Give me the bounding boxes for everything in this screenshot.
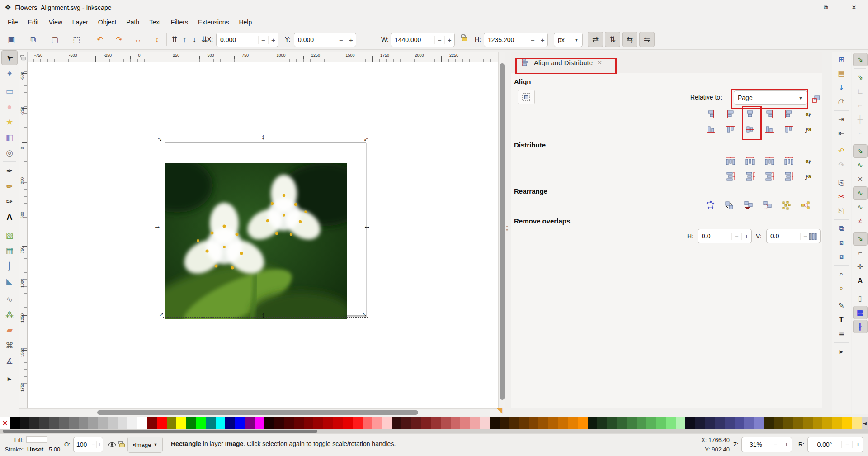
menu-help[interactable]: Help — [234, 17, 257, 28]
color-swatch[interactable] — [715, 417, 725, 429]
units-dropdown[interactable]: px ▼ — [554, 33, 583, 47]
eraser-tool[interactable]: ▰ — [1, 323, 18, 337]
color-swatch[interactable] — [10, 417, 20, 429]
y-minus-button[interactable]: − — [336, 36, 346, 44]
color-swatch[interactable] — [411, 417, 421, 429]
canvas-corner-badge-icon[interactable]: ◥ — [497, 406, 502, 415]
color-swatch[interactable] — [69, 417, 79, 429]
paint-bucket-tool[interactable]: ◣ — [1, 274, 18, 289]
color-swatch[interactable] — [666, 417, 676, 429]
distribute-left-edges-button[interactable] — [722, 154, 739, 168]
treat-selection-as-group-toggle[interactable] — [518, 90, 535, 104]
horizontal-ruler[interactable]: -750-500-2500250500750100012501500175020… — [28, 52, 498, 62]
color-swatch[interactable] — [783, 417, 793, 429]
align-right-to-left-of-anchor-button[interactable] — [703, 107, 719, 121]
h-field-value[interactable]: 1235.200 — [484, 36, 528, 43]
spray-tool[interactable]: ⁂ — [1, 307, 18, 322]
save-document-button[interactable]: ↧ — [834, 81, 849, 95]
vertical-scrollbar-thumb[interactable] — [500, 63, 505, 400]
rectangle-tool[interactable]: ▭ — [1, 84, 18, 99]
color-swatch[interactable] — [431, 417, 441, 429]
remove-overlaps-button[interactable] — [806, 229, 821, 244]
star-tool[interactable]: ★ — [1, 114, 18, 129]
color-swatch[interactable] — [568, 417, 578, 429]
overlap-h-value[interactable]: 0.0 — [698, 233, 731, 240]
lock-width-height-toggle[interactable] — [462, 37, 467, 41]
overlap-v-value[interactable]: 0.0 — [767, 233, 800, 240]
menu-text[interactable]: Text — [144, 17, 166, 28]
color-swatch[interactable] — [627, 417, 637, 429]
y-field-value[interactable]: 0.000 — [294, 36, 336, 43]
panel-close-icon[interactable]: ✕ — [597, 59, 602, 66]
toolbox-overflow[interactable]: ▶ — [1, 371, 18, 386]
raise-button[interactable]: ↑ — [180, 32, 189, 47]
distribute-equal-horizontal-gaps-button[interactable] — [781, 154, 797, 168]
color-swatch[interactable] — [705, 417, 715, 429]
rotation-value[interactable]: 0.00° — [808, 441, 841, 448]
color-swatch[interactable] — [470, 417, 480, 429]
color-swatch[interactable] — [216, 417, 226, 429]
x-plus-button[interactable]: + — [268, 36, 278, 44]
color-swatch[interactable] — [167, 417, 177, 429]
menu-object[interactable]: Object — [93, 17, 121, 28]
snap-guides-toggle[interactable]: ∦ — [853, 320, 868, 333]
pen-tool[interactable]: ✒ — [1, 163, 18, 178]
vertical-scrollbar[interactable] — [498, 52, 505, 408]
y-plus-button[interactable]: + — [346, 36, 356, 44]
text-baseline-vertical-button[interactable]: ya — [800, 122, 816, 137]
color-swatch[interactable] — [842, 417, 852, 429]
paste-button[interactable]: ⎗ — [834, 204, 849, 218]
vertical-ruler[interactable]: -500-25002505007501000125015001750 — [19, 62, 28, 408]
ellipse-tool[interactable]: ● — [1, 99, 18, 114]
exchange-positions-button[interactable] — [721, 198, 737, 213]
align-right-edges-button[interactable] — [761, 107, 778, 121]
rotate-ccw-button[interactable]: ↶ — [92, 32, 108, 47]
color-swatch[interactable] — [529, 417, 539, 429]
color-swatch[interactable] — [597, 417, 607, 429]
color-swatch[interactable] — [245, 417, 255, 429]
color-swatch[interactable] — [588, 417, 598, 429]
stroke-value[interactable]: Unset — [27, 446, 43, 453]
distribute-equal-vertical-gaps-button[interactable] — [781, 169, 797, 184]
raise-to-top-button[interactable]: ⇈ — [170, 32, 179, 47]
duplicate-button[interactable]: ⧉ — [834, 222, 849, 235]
color-swatch[interactable] — [637, 417, 646, 429]
color-swatch[interactable] — [225, 417, 235, 429]
panel-splitter-handle[interactable]: ⁞⁞ — [506, 225, 508, 233]
horizontal-scrollbar-thumb[interactable] — [97, 410, 418, 415]
maximize-button[interactable]: ⧉ — [812, 0, 840, 15]
distribute-text-baselines-vertical-button[interactable]: ya — [800, 169, 816, 184]
cut-button[interactable]: ✂ — [834, 190, 849, 204]
color-swatch[interactable] — [372, 417, 382, 429]
color-swatch[interactable] — [538, 417, 548, 429]
selector-tool[interactable]: ➤ — [1, 50, 18, 65]
snap-cusp-nodes-toggle[interactable]: ∿ — [853, 186, 868, 200]
h-minus-button[interactable]: − — [528, 36, 538, 44]
scale-stroke-toggle[interactable]: ⇄ — [588, 32, 603, 47]
color-swatch[interactable] — [147, 417, 157, 429]
color-swatch[interactable] — [264, 417, 274, 429]
color-swatch[interactable] — [793, 417, 803, 429]
distribute-text-anchors-horizontal-button[interactable]: ay — [800, 154, 816, 168]
lock-guides-icon[interactable] — [21, 57, 26, 60]
undo-button[interactable]: ↶ — [834, 144, 849, 158]
y-field[interactable]: 0.000 −+ — [294, 33, 356, 47]
color-swatch[interactable] — [774, 417, 783, 429]
color-swatch[interactable] — [294, 417, 304, 429]
flip-vertical-button[interactable]: ↕ — [149, 32, 165, 47]
color-swatch[interactable] — [157, 417, 167, 429]
layer-lock-icon[interactable] — [119, 443, 125, 447]
distribute-right-edges-button[interactable] — [761, 154, 778, 168]
color-swatch[interactable] — [353, 417, 363, 429]
no-color-swatch[interactable]: ✕ — [0, 417, 10, 429]
text-dialog-button[interactable]: T — [834, 313, 849, 327]
fill-stroke-dialog-button[interactable]: ✎ — [834, 299, 849, 313]
selection-handle-e[interactable]: ↔ — [363, 223, 371, 230]
color-swatch[interactable] — [617, 417, 627, 429]
box3d-tool[interactable]: ◧ — [1, 130, 18, 145]
color-swatch[interactable] — [500, 417, 509, 429]
snap-text-baseline-toggle[interactable]: A — [853, 274, 868, 288]
flip-horizontal-button[interactable]: ↔ — [130, 32, 146, 47]
layer-visibility-eye-icon[interactable] — [108, 442, 116, 447]
canvas[interactable] — [28, 62, 498, 408]
